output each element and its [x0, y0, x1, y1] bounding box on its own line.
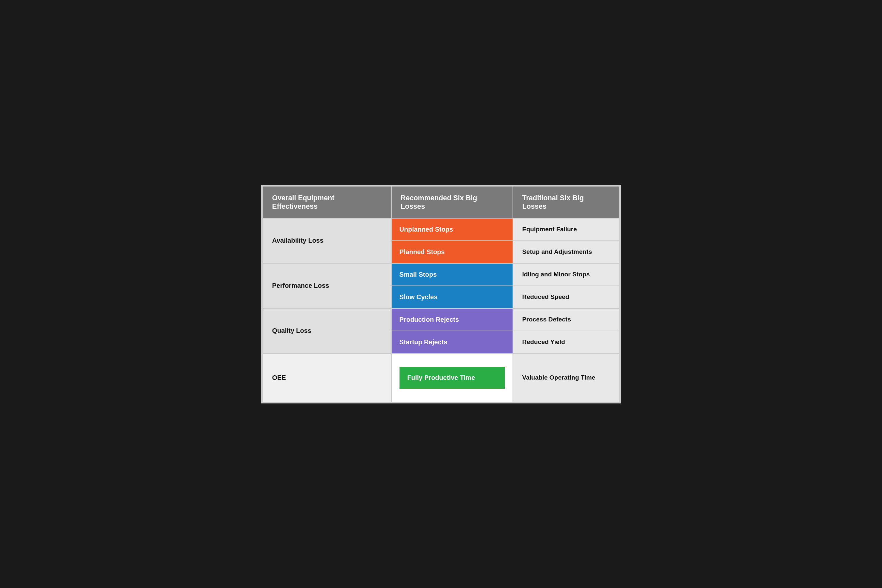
reduced-speed-cell: Reduced Speed [513, 286, 620, 308]
fully-productive-cell: Fully Productive Time [392, 354, 513, 402]
header-recommended: Recommended Six Big Losses [392, 186, 513, 218]
quality-category: Quality Loss [262, 308, 392, 354]
process-defects-cell: Process Defects [513, 308, 620, 331]
small-stops-cell: Small Stops [392, 263, 513, 286]
reduced-yield-cell: Reduced Yield [513, 331, 620, 354]
planned-stops-label: Planned Stops [392, 241, 513, 263]
header-traditional: Traditional Six Big Losses [513, 186, 620, 218]
setup-adjustments-cell: Setup and Adjustments [513, 241, 620, 263]
startup-rejects-label: Startup Rejects [392, 331, 513, 353]
oee-category: OEE [262, 354, 392, 402]
header-row: Overall Equipment Effectiveness Recommen… [262, 186, 620, 218]
unplanned-stops-cell: Unplanned Stops [392, 218, 513, 241]
fully-productive-label: Fully Productive Time [399, 367, 505, 389]
main-table-container: Overall Equipment Effectiveness Recommen… [261, 185, 621, 404]
oee-row: OEE Fully Productive Time Valuable Opera… [262, 354, 620, 402]
availability-row-1: Availability Loss Unplanned Stops Equipm… [262, 218, 620, 241]
planned-stops-cell: Planned Stops [392, 241, 513, 263]
unplanned-stops-label: Unplanned Stops [392, 219, 513, 240]
slow-cycles-label: Slow Cycles [392, 286, 513, 308]
slow-cycles-cell: Slow Cycles [392, 286, 513, 308]
availability-category: Availability Loss [262, 218, 392, 263]
header-oee: Overall Equipment Effectiveness [262, 186, 392, 218]
idling-minor-stops-cell: Idling and Minor Stops [513, 263, 620, 286]
performance-category: Performance Loss [262, 263, 392, 308]
production-rejects-cell: Production Rejects [392, 308, 513, 331]
performance-row-1: Performance Loss Small Stops Idling and … [262, 263, 620, 286]
small-stops-label: Small Stops [392, 264, 513, 285]
production-rejects-label: Production Rejects [392, 309, 513, 331]
equipment-failure-cell: Equipment Failure [513, 218, 620, 241]
valuable-operating-time-cell: Valuable Operating Time [513, 354, 620, 402]
startup-rejects-cell: Startup Rejects [392, 331, 513, 354]
quality-row-1: Quality Loss Production Rejects Process … [262, 308, 620, 331]
